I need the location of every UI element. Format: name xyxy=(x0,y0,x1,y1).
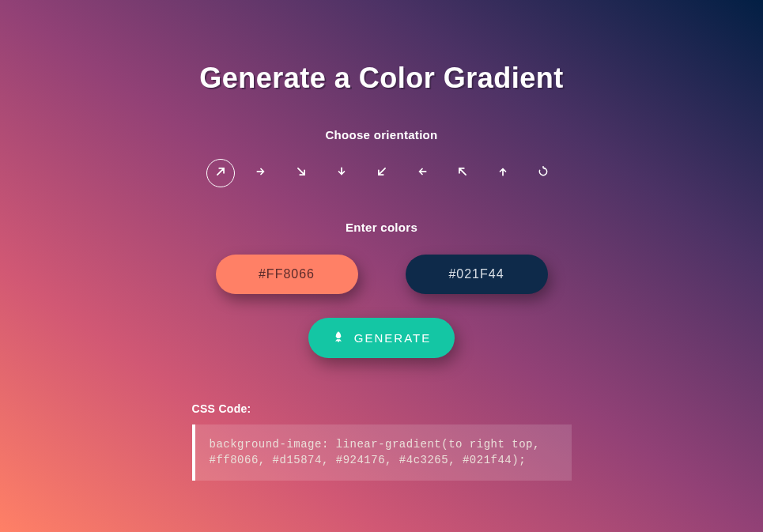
colors-row xyxy=(192,255,572,294)
arrow-up-icon xyxy=(497,166,508,180)
arrow-left-icon xyxy=(417,166,428,180)
orient-radial[interactable] xyxy=(529,159,557,187)
arrow-up-left-icon xyxy=(457,166,468,180)
orient-bottom-left[interactable] xyxy=(368,159,396,187)
color-input-1[interactable] xyxy=(216,255,358,294)
arrow-down-icon xyxy=(336,166,347,180)
arrow-down-left-icon xyxy=(376,166,387,180)
orient-bottom-right[interactable] xyxy=(287,159,315,187)
orientation-label: Choose orientation xyxy=(192,128,572,141)
orient-top-right[interactable] xyxy=(206,159,235,187)
generate-button[interactable]: GENERATE xyxy=(308,318,455,358)
css-code-label: CSS Code: xyxy=(192,402,572,415)
orient-right[interactable] xyxy=(247,159,275,187)
orient-top-left[interactable] xyxy=(448,159,477,187)
orient-top[interactable] xyxy=(489,159,517,187)
rocket-icon xyxy=(332,330,345,345)
arrow-down-right-icon xyxy=(296,166,307,180)
orient-left[interactable] xyxy=(408,159,436,187)
arrow-up-right-icon xyxy=(215,166,226,180)
orient-bottom[interactable] xyxy=(327,159,356,187)
generate-label: GENERATE xyxy=(354,331,431,345)
arrow-right-icon xyxy=(255,166,266,180)
css-code-output[interactable]: background-image: linear-gradient(to rig… xyxy=(192,424,572,481)
page-title: Generate a Color Gradient xyxy=(192,62,572,95)
rotate-icon xyxy=(538,166,549,180)
orientation-row xyxy=(192,159,572,187)
color-input-2[interactable] xyxy=(406,255,548,294)
colors-label: Enter colors xyxy=(192,221,572,234)
